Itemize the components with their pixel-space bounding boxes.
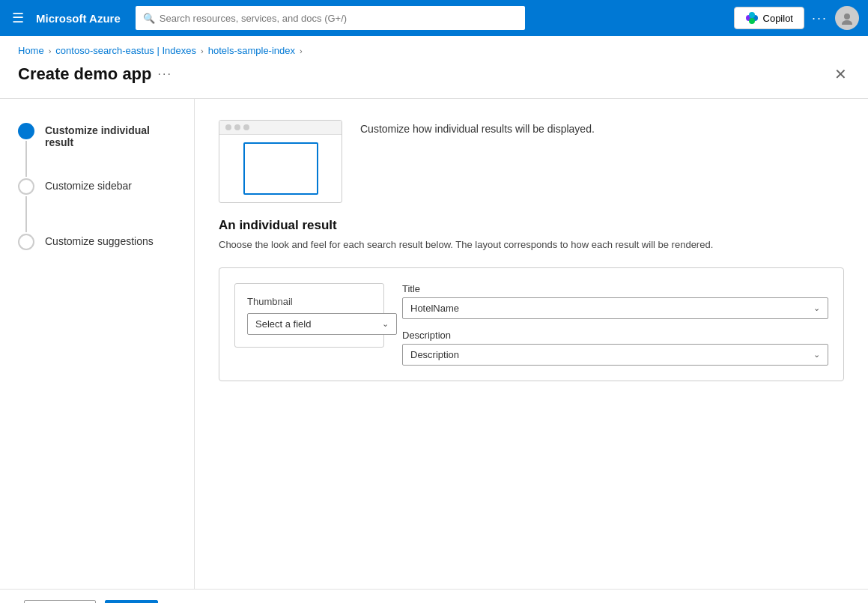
title-chevron-icon: ⌄ bbox=[813, 303, 820, 313]
title-field-group: Title HotelName ⌄ bbox=[402, 283, 828, 319]
page-header: Create demo app ··· ✕ bbox=[0, 62, 868, 98]
section-heading: An individual result bbox=[219, 218, 844, 233]
more-options-icon[interactable]: ··· bbox=[812, 10, 828, 26]
user-avatar[interactable] bbox=[835, 6, 859, 30]
browser-titlebar bbox=[219, 121, 342, 135]
copilot-button[interactable]: Copilot bbox=[734, 7, 804, 29]
step-3: Customize suggestions bbox=[18, 234, 176, 250]
browser-preview bbox=[219, 120, 342, 203]
previous-button[interactable]: Previous bbox=[24, 600, 96, 603]
breadcrumb: Home › contoso-search-eastus | Indexes ›… bbox=[0, 36, 868, 62]
thumbnail-field-select[interactable]: Select a field ⌄ bbox=[247, 313, 397, 335]
hamburger-menu-icon[interactable]: ☰ bbox=[9, 7, 27, 29]
breadcrumb-indexes[interactable]: contoso-search-eastus | Indexes bbox=[55, 45, 196, 56]
step-connector-1 bbox=[25, 141, 27, 177]
thumbnail-label: Thumbnail bbox=[247, 296, 371, 307]
step-3-label: Customize suggestions bbox=[45, 234, 154, 247]
step-2: Customize sidebar bbox=[18, 178, 176, 234]
step-1-indicator bbox=[18, 123, 34, 178]
search-icon: 🔍 bbox=[143, 13, 155, 24]
browser-dot-3 bbox=[243, 124, 249, 130]
description-select-value: Description bbox=[410, 349, 459, 360]
next-button[interactable]: Next bbox=[105, 600, 158, 603]
svg-point-2 bbox=[749, 12, 755, 18]
svg-point-5 bbox=[842, 20, 852, 25]
browser-card bbox=[243, 142, 318, 195]
step-2-indicator bbox=[18, 178, 34, 234]
copilot-label: Copilot bbox=[763, 13, 793, 24]
browser-frame bbox=[219, 120, 342, 203]
step-3-indicator bbox=[18, 234, 34, 250]
app-logo: Microsoft Azure bbox=[36, 12, 121, 25]
step-2-label: Customize sidebar bbox=[45, 178, 132, 192]
browser-dot-1 bbox=[225, 124, 231, 130]
description-field-label: Description bbox=[402, 330, 828, 341]
breadcrumb-home[interactable]: Home bbox=[18, 45, 44, 56]
step-3-circle bbox=[18, 234, 34, 250]
close-button[interactable]: ✕ bbox=[831, 62, 850, 86]
svg-point-3 bbox=[749, 18, 755, 24]
browser-dot-2 bbox=[234, 124, 240, 130]
preview-row: Customize how individual results will be… bbox=[219, 120, 844, 203]
description-chevron-icon: ⌄ bbox=[813, 350, 820, 360]
topnav-right: Copilot ··· bbox=[734, 6, 859, 30]
svg-point-4 bbox=[844, 13, 850, 19]
title-field-label: Title bbox=[402, 283, 828, 294]
breadcrumb-sep-1: › bbox=[49, 46, 52, 55]
page-more-options[interactable]: ··· bbox=[158, 67, 172, 81]
content-panel: Customize how individual results will be… bbox=[195, 99, 868, 589]
step-1: Customize individual result bbox=[18, 123, 176, 178]
section-subtext: Choose the look and feel for each search… bbox=[219, 237, 844, 252]
step-1-circle bbox=[18, 123, 34, 139]
step-2-circle bbox=[18, 178, 34, 195]
section-info: An individual result Choose the look and… bbox=[219, 218, 844, 252]
thumbnail-box: Thumbnail Select a field ⌄ bbox=[234, 283, 384, 348]
breadcrumb-sep-2: › bbox=[201, 46, 204, 55]
thumbnail-select-value: Select a field bbox=[255, 318, 311, 330]
search-input[interactable] bbox=[160, 13, 518, 24]
avatar-icon bbox=[840, 11, 854, 25]
copilot-icon bbox=[745, 11, 759, 25]
step-1-label: Customize individual result bbox=[45, 123, 176, 148]
title-select-value: HotelName bbox=[410, 303, 459, 314]
search-bar[interactable]: 🔍 bbox=[136, 6, 525, 30]
breadcrumb-index[interactable]: hotels-sample-index bbox=[208, 45, 295, 56]
step-connector-2 bbox=[25, 196, 27, 232]
breadcrumb-sep-3: › bbox=[300, 46, 303, 55]
bottom-bar: Previous Next bbox=[0, 589, 868, 603]
title-field-select[interactable]: HotelName ⌄ bbox=[402, 297, 828, 319]
page-title: Create demo app bbox=[18, 64, 152, 84]
preview-description: Customize how individual results will be… bbox=[360, 120, 595, 135]
description-field-group: Description Description ⌄ bbox=[402, 330, 828, 366]
top-navigation: ☰ Microsoft Azure 🔍 Copilot ··· bbox=[0, 0, 868, 36]
browser-body bbox=[219, 135, 342, 202]
description-field-select[interactable]: Description ⌄ bbox=[402, 344, 828, 366]
thumbnail-chevron-icon: ⌄ bbox=[382, 319, 389, 329]
steps-panel: Customize individual result Customize si… bbox=[0, 99, 195, 589]
result-card: Thumbnail Select a field ⌄ Title HotelNa… bbox=[219, 267, 844, 381]
fields-column: Title HotelName ⌄ Description Descriptio… bbox=[402, 283, 828, 366]
page-header-left: Create demo app ··· bbox=[18, 64, 172, 84]
main-layout: Customize individual result Customize si… bbox=[0, 99, 868, 589]
